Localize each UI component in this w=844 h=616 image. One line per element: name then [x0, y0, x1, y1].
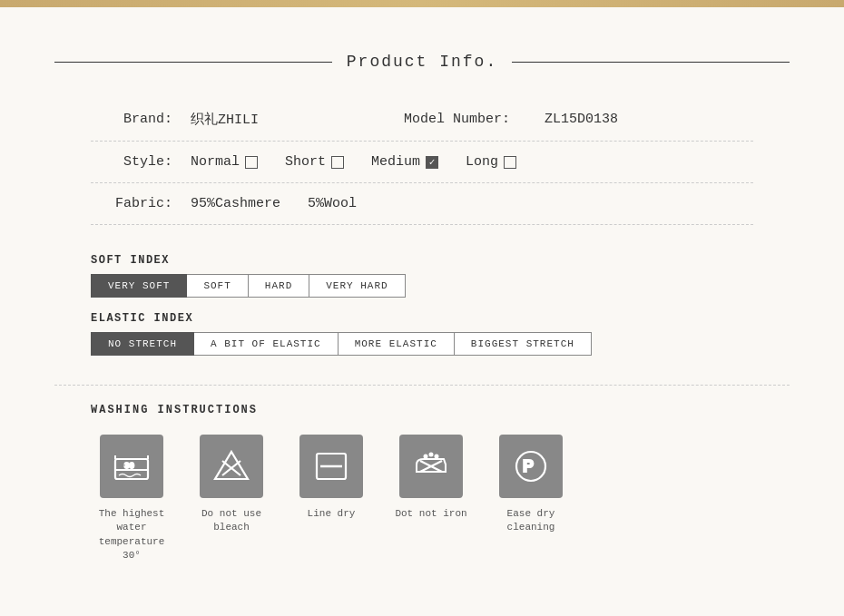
no-iron-icon-box [399, 435, 463, 498]
fabric-value: 95%Cashmere 5%Wool [191, 196, 357, 211]
elastic-index-a-bit[interactable]: A BIT OF ELASTIC [194, 332, 339, 356]
style-medium-label: Medium [371, 154, 420, 170]
dry-clean-icon: P [511, 446, 551, 486]
top-bar [0, 0, 844, 7]
style-long-label: Long [466, 154, 498, 170]
model-label: Model Number: [404, 112, 510, 127]
no-iron-icon [411, 446, 451, 486]
washing-no-bleach: Do not use bleach [191, 435, 272, 535]
style-long-checkbox[interactable] [504, 156, 516, 169]
svg-text:P: P [523, 457, 534, 475]
line-dry-label: Line dry [308, 507, 356, 521]
style-row: Style: Normal Short Medium ✓ Long [91, 142, 753, 183]
line-dry-icon-box [299, 435, 363, 498]
water-temp-label: The highest water temperature 30° [91, 507, 172, 563]
style-normal: Normal [191, 154, 258, 170]
fabric-value1: 95%Cashmere [191, 196, 280, 211]
style-short-label: Short [285, 154, 326, 170]
style-normal-label: Normal [191, 154, 240, 170]
soft-index-hard[interactable]: HARD [249, 274, 309, 298]
elastic-index-more[interactable]: MORE ELASTIC [339, 332, 455, 356]
elastic-index-label: ELASTIC INDEX [91, 312, 753, 325]
title-line-left [54, 62, 332, 63]
fabric-value2: 5%Wool [308, 196, 357, 211]
style-short-checkbox[interactable] [331, 156, 344, 169]
svg-point-11 [430, 454, 433, 456]
washing-section: WASHING INSTRUCTIONS [54, 386, 790, 591]
brand-label: Brand: [91, 112, 172, 127]
svg-point-10 [425, 455, 427, 458]
style-long: Long [466, 154, 516, 170]
line-dry-icon [311, 446, 351, 486]
svg-marker-5 [215, 452, 248, 479]
brand-row: Brand: 织礼ZHILI Model Number: ZL15D0138 [91, 98, 753, 142]
section-title: Product Info. [332, 53, 512, 71]
no-iron-label: Dot not iron [395, 507, 466, 521]
section-title-row: Product Info. [54, 53, 790, 71]
washing-no-iron: Dot not iron [390, 435, 472, 521]
dry-clean-icon-box: P [499, 435, 563, 498]
style-normal-checkbox[interactable] [245, 156, 258, 169]
no-bleach-label: Do not use bleach [191, 507, 272, 535]
svg-point-12 [436, 455, 438, 458]
elastic-index-no-stretch[interactable]: NO STRETCH [91, 332, 194, 356]
info-section: Brand: 织礼ZHILI Model Number: ZL15D0138 S… [54, 98, 790, 225]
washing-dry-clean: P Ease dry cleaning [490, 435, 572, 535]
elastic-index-biggest[interactable]: BIGGEST STRETCH [455, 332, 592, 356]
elastic-index-bar: NO STRETCH A BIT OF ELASTIC MORE ELASTIC… [91, 332, 753, 356]
soft-index-soft[interactable]: SOFT [187, 274, 248, 298]
no-bleach-icon [211, 446, 251, 486]
style-medium-checkbox[interactable]: ✓ [426, 156, 438, 169]
main-content: Product Info. Brand: 织礼ZHILI Model Numbe… [0, 7, 844, 616]
soft-index-very-hard[interactable]: VERY HARD [309, 274, 405, 298]
indexes-section: SOFT INDEX VERY SOFT SOFT HARD VERY HARD… [54, 240, 790, 386]
fabric-row: Fabric: 95%Cashmere 5%Wool [91, 183, 753, 225]
brand-value: 织礼ZHILI [191, 111, 259, 128]
style-medium: Medium ✓ [371, 154, 438, 170]
svg-text:30: 30 [124, 462, 134, 471]
washing-icons: 30 The highest water temperature 30° [91, 435, 753, 563]
dry-clean-label: Ease dry cleaning [490, 507, 572, 535]
washing-line-dry: Line dry [290, 435, 372, 521]
fabric-label: Fabric: [91, 196, 172, 211]
model-group: Model Number: ZL15D0138 [404, 112, 618, 127]
soft-index-bar: VERY SOFT SOFT HARD VERY HARD [91, 274, 753, 298]
style-options: Normal Short Medium ✓ Long [191, 154, 516, 170]
title-line-right [512, 62, 790, 63]
soft-index-very-soft[interactable]: VERY SOFT [91, 274, 187, 298]
washing-water-temp: 30 The highest water temperature 30° [91, 435, 172, 563]
water-temp-icon-box: 30 [100, 435, 163, 498]
soft-index-label: SOFT INDEX [91, 254, 753, 267]
style-short: Short [285, 154, 344, 170]
model-value: ZL15D0138 [545, 112, 618, 127]
water-temp-icon: 30 [112, 446, 152, 486]
style-label: Style: [91, 154, 172, 170]
washing-title: WASHING INSTRUCTIONS [91, 404, 753, 416]
no-bleach-icon-box [200, 435, 263, 498]
